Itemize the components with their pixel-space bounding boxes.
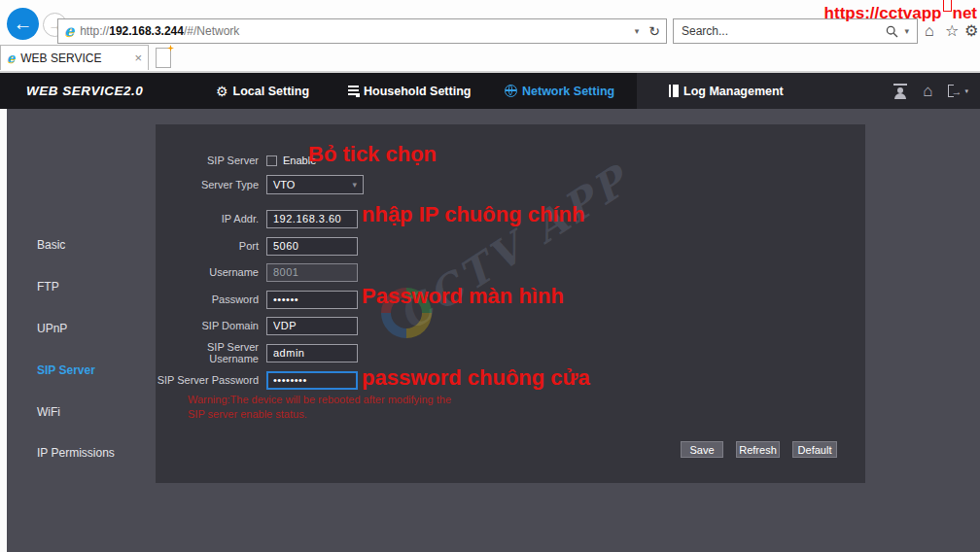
sip-server-panel: CCTV APP SIP Server Enable Server Type V… [156,124,865,483]
tab-bar: e WEB SERVICE × [0,45,980,71]
refresh-button[interactable]: Refresh [736,441,780,458]
annotation-sip-password: password chuông cửa [362,365,590,391]
browser-window: ← → e http://192.168.3.244/#/Network ▾ ↻… [0,0,980,552]
nav-tab-household-setting[interactable]: Household Setting [348,85,471,98]
server-type-dropdown[interactable]: VTO ▾ [266,175,364,194]
sidebar-item-upnp[interactable]: UPnP [37,322,67,335]
default-button[interactable]: Default [792,441,837,458]
port-input[interactable] [266,237,358,256]
url-text: http://192.168.3.244/#/Network [80,24,239,38]
sidebar-item-wifi[interactable]: WiFi [37,405,60,419]
cctvapp-watermark-text: https://cctvappnet [824,0,977,23]
nav-tab-local-setting[interactable]: ⚙ Local Setting [216,85,309,98]
sip-server-username-label: SIP Server Username [156,341,266,364]
sidebar-item-basic[interactable]: Basic [37,238,65,252]
server-type-label: Server Type [156,179,266,190]
settings-sidebar: Basic FTP UPnP SIP Server WiFi IP Permis… [7,109,156,552]
tab-favicon-icon: e [7,52,15,64]
address-bar[interactable]: e http://192.168.3.244/#/Network ▾ ↻ [57,18,667,44]
password-input[interactable] [266,291,358,309]
sip-server-enable-checkbox[interactable] [266,155,277,166]
tab-close-icon[interactable]: × [134,51,142,65]
address-dropdown-icon[interactable]: ▾ [635,26,640,36]
app-home-icon[interactable]: ⌂ [923,85,932,98]
sidebar-item-sip-server[interactable]: SIP Server [37,363,95,377]
enable-label: Enable [283,155,316,166]
gear-icon: ⚙ [216,85,228,98]
sip-domain-input[interactable] [266,317,358,335]
globe-icon [505,85,517,97]
log-book-icon [669,85,679,97]
favorites-star-icon[interactable]: ☆ [945,21,959,41]
ip-addr-input[interactable] [266,210,358,228]
save-button[interactable]: Save [681,441,723,458]
tab-title: WEB SERVICE [20,52,101,65]
annotation-ip: nhập IP chuông chính [362,202,584,227]
household-list-icon [348,86,359,97]
back-arrow-icon: ← [14,13,33,35]
search-icon[interactable] [886,25,898,38]
app-navbar: WEB SERVICE2.0 ⚙ Local Setting Household… [0,73,980,109]
port-label: Port [156,240,266,252]
app-brand: WEB SERVICE2.0 [26,84,143,98]
sip-server-label: SIP Server [156,155,266,166]
user-profile-icon[interactable] [893,84,907,99]
back-button[interactable]: ← [7,8,39,40]
search-dropdown-icon[interactable]: ▾ [904,26,909,36]
cctv-app-watermark: CCTV APP [389,131,676,340]
username-input [266,263,358,282]
username-label: Username [156,266,266,278]
nav-tab-log-management[interactable]: Log Management [669,85,784,98]
browser-chrome: ← → e http://192.168.3.244/#/Network ▾ ↻… [0,0,980,73]
window-left-border [0,109,7,552]
nav-tab-network-setting[interactable]: Network Setting [505,85,614,98]
annotation-uncheck: Bỏ tick chọn [308,142,437,167]
home-icon[interactable]: ⌂ [925,21,934,41]
sip-server-password-input[interactable] [266,371,358,390]
sidebar-item-ftp[interactable]: FTP [37,280,59,293]
chevron-down-icon: ▾ [352,180,357,190]
search-placeholder: Search... [682,24,728,38]
annotation-password: Password màn hình [362,284,564,309]
sip-domain-label: SIP Domain [156,320,266,331]
button-row: Save Refresh Default [156,441,865,459]
sidebar-item-ip-permissions[interactable]: IP Permissions [37,446,115,460]
password-label: Password [156,293,266,305]
browser-settings-gear-icon[interactable]: ⚙ [964,21,978,41]
new-tab-button[interactable] [156,48,171,68]
sip-server-password-label: SIP Server Password [156,374,266,386]
ie-favicon-icon: e [64,23,74,39]
missing-glyph-box [943,0,952,12]
browser-tab-web-service[interactable]: e WEB SERVICE × [0,45,149,70]
ip-addr-label: IP Addr. [156,213,266,224]
page-content: Basic FTP UPnP SIP Server WiFi IP Permis… [0,109,980,552]
cctv-app-logo-watermark [381,288,432,338]
logout-icon[interactable]: →▾ [948,85,968,97]
refresh-icon[interactable]: ↻ [648,23,660,39]
reboot-warning: Warning:The device will be rebooted afte… [188,393,451,422]
sip-server-username-input[interactable] [266,344,358,362]
